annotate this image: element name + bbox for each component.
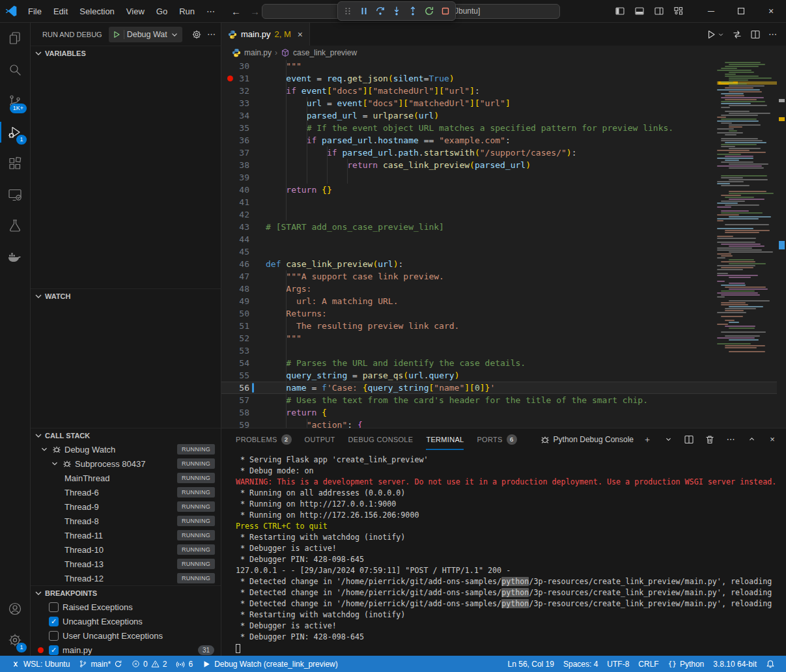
callstack-item[interactable]: MainThread RUNNING xyxy=(31,471,221,485)
checkbox[interactable] xyxy=(49,602,59,612)
line-number-gutter[interactable]: 53 xyxy=(221,344,266,357)
code-line[interactable]: 47 """A support case link preview. xyxy=(221,270,786,283)
callstack-item[interactable]: Thread-6 RUNNING xyxy=(31,485,221,499)
debug-config-dropdown[interactable]: Debug Wat xyxy=(109,27,182,42)
activitybar-explorer[interactable] xyxy=(0,23,30,54)
code-line[interactable]: 38 return case_link_preview(parsed_url) xyxy=(221,159,786,171)
line-number-gutter[interactable]: 58 xyxy=(221,406,266,419)
line-number-gutter[interactable]: 31 xyxy=(221,72,266,85)
line-number-gutter[interactable]: 36 xyxy=(221,134,266,147)
breakpoints-section-header[interactable]: BREAKPOINTS xyxy=(31,585,221,600)
statusbar-debug-session[interactable]: Debug Watch (create_link_preview) xyxy=(197,656,343,672)
panel-tab-output[interactable]: OUTPUT xyxy=(305,428,335,450)
step-into-icon[interactable] xyxy=(389,3,404,19)
line-number-gutter[interactable]: 51 xyxy=(221,320,266,332)
code-line[interactable]: 30 """ xyxy=(221,60,786,72)
pause-icon[interactable] xyxy=(356,3,372,19)
toggle-secondary-sidebar-icon[interactable] xyxy=(651,3,667,20)
line-number-gutter[interactable]: 35 xyxy=(221,122,266,134)
code-line[interactable]: 46 def case_link_preview(url): xyxy=(221,258,786,270)
menu-run[interactable]: Run xyxy=(173,4,201,19)
checkbox[interactable] xyxy=(49,631,59,641)
callstack-item[interactable]: Thread-12 RUNNING xyxy=(31,571,221,585)
line-number-gutter[interactable]: 40 xyxy=(221,184,266,196)
variables-section-header[interactable]: VARIABLES xyxy=(31,46,221,60)
activitybar-source-control[interactable]: 1K+ xyxy=(0,85,30,117)
terminal-output[interactable]: * Serving Flask app 'create_link_preview… xyxy=(221,450,786,656)
breadcrumb-symbol[interactable]: case_link_preview xyxy=(293,48,357,57)
customize-layout-icon[interactable] xyxy=(670,3,687,20)
minimap[interactable] xyxy=(717,60,777,428)
statusbar-indentation[interactable]: Spaces: 4 xyxy=(559,656,602,672)
line-number-gutter[interactable]: 50 xyxy=(221,307,266,320)
line-number-gutter[interactable]: 49 xyxy=(221,295,266,307)
code-line[interactable]: 54 # Parses the URL and identify the cas… xyxy=(221,357,786,369)
checkbox[interactable]: ✓ xyxy=(49,645,59,655)
line-number-gutter[interactable]: 47 xyxy=(221,270,266,283)
line-number-gutter[interactable]: 55 xyxy=(221,369,266,382)
line-number-gutter[interactable]: 57 xyxy=(221,394,266,406)
breakpoint-item[interactable]: ✓ Uncaught Exceptions xyxy=(31,614,221,628)
statusbar-forwarded-ports[interactable]: 6 xyxy=(171,656,197,672)
open-changes-icon[interactable] xyxy=(732,29,742,40)
panel-tab-terminal[interactable]: TERMINAL xyxy=(426,428,464,450)
callstack-item[interactable]: Thread-11 RUNNING xyxy=(31,528,221,542)
statusbar-cursor-position[interactable]: Ln 56, Col 19 xyxy=(503,656,559,672)
breakpoint-item[interactable]: User Uncaught Exceptions xyxy=(31,628,221,643)
code-line[interactable]: 55 query_string = parse_qs(url.query) xyxy=(221,369,786,382)
split-editor-icon[interactable] xyxy=(750,29,761,40)
maximize-button[interactable] xyxy=(726,0,756,22)
line-number-gutter[interactable]: 59 xyxy=(221,419,266,428)
activitybar-settings[interactable]: 1 xyxy=(0,624,30,656)
maximize-panel-icon[interactable] xyxy=(744,432,759,447)
panel-tab-ports[interactable]: PORTS 6 xyxy=(477,428,516,450)
step-over-icon[interactable] xyxy=(372,3,388,19)
code-line[interactable]: 41 xyxy=(221,196,786,208)
code-line[interactable]: 39 xyxy=(221,171,786,184)
line-number-gutter[interactable]: 48 xyxy=(221,283,266,295)
code-line[interactable]: 45 xyxy=(221,245,786,258)
callstack-item[interactable]: Thread-13 RUNNING xyxy=(31,557,221,571)
callstack-item[interactable]: Thread-8 RUNNING xyxy=(31,514,221,528)
new-terminal-icon[interactable]: ＋ xyxy=(640,432,654,447)
tab-close-icon[interactable]: × xyxy=(298,29,303,40)
code-line[interactable]: 57 # Uses the text from the card's heade… xyxy=(221,394,786,406)
terminal-selector[interactable]: Python Debug Console xyxy=(540,434,634,445)
run-python-file-button[interactable] xyxy=(706,29,724,40)
statusbar-encoding[interactable]: UTF-8 xyxy=(602,656,634,672)
line-number-gutter[interactable]: 52 xyxy=(221,332,266,344)
breakpoint-item[interactable]: Raised Exceptions xyxy=(31,600,221,614)
line-number-gutter[interactable]: 56 xyxy=(221,382,266,394)
code-line[interactable]: 53 xyxy=(221,344,786,357)
activitybar-extensions[interactable] xyxy=(0,148,30,179)
line-number-gutter[interactable]: 43 xyxy=(221,221,266,233)
kill-terminal-icon[interactable] xyxy=(703,432,717,447)
callstack-item[interactable]: Subprocess 80437 RUNNING xyxy=(31,456,221,471)
callstack-item[interactable]: Thread-9 RUNNING xyxy=(31,499,221,514)
restart-icon[interactable] xyxy=(421,3,437,19)
code-line[interactable]: 42 xyxy=(221,208,786,221)
statusbar-language-mode[interactable]: {}Python xyxy=(664,656,709,672)
code-line[interactable]: 48 Args: xyxy=(221,283,786,295)
stop-icon[interactable] xyxy=(438,3,453,19)
breadcrumb[interactable]: main.py › case_link_preview xyxy=(221,46,786,60)
line-number-gutter[interactable]: 33 xyxy=(221,97,266,109)
activitybar-accounts[interactable] xyxy=(0,593,30,624)
activitybar-search[interactable] xyxy=(0,54,30,85)
close-window-button[interactable]: × xyxy=(756,0,786,22)
code-line[interactable]: 56 name = f'Case: {query_string["name"][… xyxy=(221,382,786,394)
line-number-gutter[interactable]: 32 xyxy=(221,85,266,97)
gripper-icon[interactable] xyxy=(340,3,356,19)
menu-file[interactable]: File xyxy=(22,4,48,19)
code-line[interactable]: 59 "action": { xyxy=(221,419,786,428)
line-number-gutter[interactable]: 46 xyxy=(221,258,266,270)
chevron-down-icon[interactable] xyxy=(661,432,675,447)
more-actions-icon[interactable]: ⋯ xyxy=(723,432,738,447)
callstack-item[interactable]: Thread-10 RUNNING xyxy=(31,542,221,557)
code-line[interactable]: 40 return {} xyxy=(221,184,786,196)
step-out-icon[interactable] xyxy=(405,3,421,19)
code-editor[interactable]: 30 """ 31 event = req.get_json(silent=Tr… xyxy=(221,60,786,428)
statusbar-problems-summary[interactable]: 02 xyxy=(127,656,171,672)
breakpoint-dot-icon[interactable] xyxy=(227,76,233,81)
debug-settings-gear-icon[interactable] xyxy=(191,29,202,40)
